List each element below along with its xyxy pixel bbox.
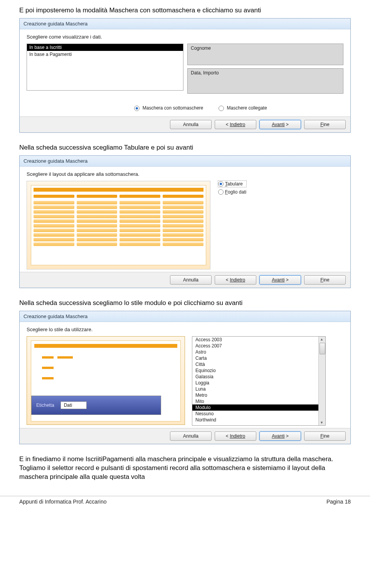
cancel-button[interactable]: Annulla (170, 275, 212, 285)
style-preview: Etichetta Dati (27, 336, 185, 425)
paragraph-1: E poi imposteremo la modalità Maschera c… (19, 6, 351, 15)
cancel-button[interactable]: Annulla (170, 431, 212, 441)
radio-label: Foglio dati (225, 189, 246, 195)
button-row: Annulla < Indietro Avanti > Fine (20, 428, 350, 444)
dialog-prompt: Scegliere il layout da applicare alla so… (27, 171, 343, 177)
dialog-title: Creazione guidata Maschera (20, 156, 350, 167)
radio-label: Maschera con sottomaschere (143, 105, 203, 111)
radio-datasheet[interactable]: Foglio dati (218, 189, 246, 195)
layout-preview (27, 181, 210, 270)
back-button[interactable]: < Indietro (215, 120, 256, 129)
list-item[interactable]: In base a Pagamenti (27, 51, 183, 58)
radio-icon (219, 106, 224, 111)
cancel-button[interactable]: Annulla (170, 120, 212, 129)
radio-tabular[interactable]: Tabulare (218, 181, 246, 187)
preview-data-box: Dati (61, 401, 87, 409)
fields-sub-box: Data, Importo (187, 68, 343, 94)
next-button[interactable]: Avanti > (259, 275, 301, 285)
list-item[interactable]: Carta (192, 355, 325, 361)
list-item[interactable]: Loggia (192, 380, 325, 386)
finish-button[interactable]: Fine (304, 431, 346, 441)
list-item[interactable]: Metro (192, 392, 325, 398)
list-item[interactable]: Galassia (192, 374, 325, 380)
paragraph-2: Nella scheda successiva scegliamo Tabula… (19, 143, 351, 152)
radio-icon (134, 106, 140, 111)
scrollbar[interactable] (318, 337, 325, 425)
list-item[interactable]: Northwind (192, 417, 325, 423)
radio-label: Maschere collegate (227, 105, 267, 111)
radio-subform[interactable]: Maschera con sottomaschere (134, 105, 203, 111)
list-item[interactable]: Mito (192, 398, 325, 404)
finish-button[interactable]: Fine (304, 275, 346, 285)
back-button[interactable]: < Indietro (215, 275, 256, 285)
next-button[interactable]: Avanti > (259, 431, 301, 441)
page-footer: Appunti di Informatica Prof. Accarino Pa… (0, 496, 370, 507)
fields-main-box: Cognome (187, 44, 343, 65)
list-item[interactable]: Access 2007 (192, 343, 325, 349)
wizard-dialog-2: Creazione guidata Maschera Scegliere il … (19, 155, 351, 288)
style-listbox[interactable]: Access 2003 Access 2007 Astro Carta Citt… (192, 336, 326, 426)
radio-icon (218, 189, 224, 195)
wizard-dialog-1: Creazione guidata Maschera Scegliere com… (19, 18, 351, 133)
radio-icon (218, 181, 224, 187)
paragraph-3: Nella scheda successiva scegliamo lo sti… (19, 299, 351, 308)
list-item[interactable]: Luna (192, 386, 325, 392)
dialog-title: Creazione guidata Maschera (20, 311, 350, 322)
list-item[interactable]: Astro (192, 349, 325, 355)
button-row: Annulla < Indietro Avanti > Fine (20, 272, 350, 288)
preview-label-text: Etichetta (36, 403, 54, 408)
radio-linked[interactable]: Maschere collegate (219, 105, 267, 111)
list-item[interactable]: Equinozio (192, 367, 325, 374)
list-item[interactable]: Città (192, 361, 325, 367)
footer-left: Appunti di Informatica Prof. Accarino (19, 499, 106, 505)
paragraph-4: E in finediamo il nome IscriitiPagamenti… (19, 455, 351, 482)
dialog-prompt: Scegliere come visualizzare i dati. (27, 34, 343, 40)
list-item[interactable]: Nessuno (192, 411, 325, 417)
dialog-title: Creazione guidata Maschera (20, 19, 350, 29)
list-item[interactable]: Access 2003 (192, 337, 325, 343)
radio-label: Tabulare (225, 181, 243, 187)
back-button[interactable]: < Indietro (215, 431, 256, 441)
button-row: Annulla < Indietro Avanti > Fine (20, 116, 350, 132)
tables-listbox[interactable]: In base a Iscritti In base a Pagamenti (27, 44, 183, 91)
list-item-selected[interactable]: Modulo (192, 404, 325, 411)
list-item[interactable]: In base a Iscritti (27, 44, 183, 51)
dialog-prompt: Scegliere lo stile da utilizzare. (27, 327, 343, 332)
footer-right: Pagina 18 (326, 499, 351, 505)
wizard-dialog-3: Creazione guidata Maschera Scegliere lo … (19, 311, 351, 444)
finish-button[interactable]: Fine (304, 120, 346, 129)
next-button[interactable]: Avanti > (259, 120, 301, 129)
